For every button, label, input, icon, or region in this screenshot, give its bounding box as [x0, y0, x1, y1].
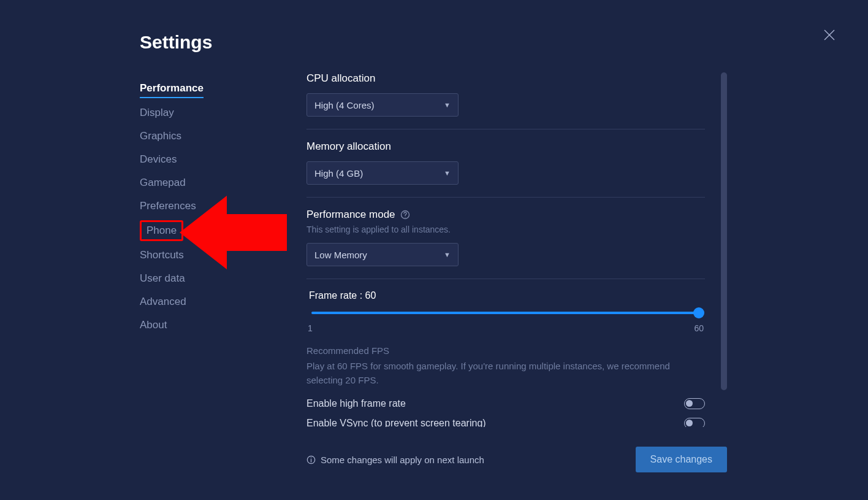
close-icon [823, 28, 836, 42]
sidebar: Performance Display Graphics Devices Gam… [140, 77, 262, 337]
recommended-fps-title: Recommended FPS [306, 345, 705, 356]
frame-rate-label: Frame rate : [309, 290, 365, 301]
settings-content: CPU allocation High (4 Cores) ▼ Memory a… [306, 72, 705, 427]
sidebar-item-performance[interactable]: Performance [140, 77, 204, 98]
info-icon [306, 455, 316, 464]
sidebar-item-advanced[interactable]: Advanced [140, 290, 186, 313]
slider-min: 1 [308, 323, 313, 333]
cpu-section: CPU allocation High (4 Cores) ▼ [306, 72, 705, 129]
page-title: Settings [140, 32, 212, 53]
perf-mode-value: Low Memory [314, 250, 367, 260]
slider-thumb[interactable] [693, 307, 704, 318]
chevron-down-icon: ▼ [444, 101, 451, 109]
enable-high-fps-toggle[interactable] [684, 398, 705, 409]
perf-mode-sub: This setting is applied to all instances… [306, 225, 705, 234]
sidebar-item-about[interactable]: About [140, 313, 167, 337]
toggle-knob [686, 400, 693, 407]
sidebar-item-graphics[interactable]: Graphics [140, 125, 181, 148]
perf-mode-title: Performance mode [306, 209, 395, 221]
toggle-knob [686, 420, 693, 426]
sidebar-item-phone[interactable]: Phone [140, 220, 183, 241]
cpu-select[interactable]: High (4 Cores) ▼ [306, 93, 459, 117]
enable-vsync-label: Enable VSync (to prevent screen tearing) [306, 418, 486, 427]
cpu-title: CPU allocation [306, 72, 705, 85]
frame-rate-slider[interactable] [311, 309, 700, 317]
chevron-down-icon: ▼ [444, 251, 451, 258]
slider-max: 60 [694, 323, 704, 333]
frame-rate-section: Frame rate : 60 1 60 Recommended FPS Pla… [306, 290, 705, 427]
slider-track [311, 312, 700, 314]
sidebar-item-devices[interactable]: Devices [140, 148, 177, 171]
memory-select[interactable]: High (4 GB) ▼ [306, 161, 459, 185]
save-changes-button[interactable]: Save changes [636, 447, 727, 472]
svg-point-4 [405, 217, 405, 217]
memory-section: Memory allocation High (4 GB) ▼ [306, 140, 705, 198]
enable-vsync-toggle[interactable] [684, 418, 705, 427]
scrollbar[interactable] [721, 72, 727, 390]
memory-select-value: High (4 GB) [314, 168, 363, 179]
memory-title: Memory allocation [306, 140, 705, 153]
perf-mode-select[interactable]: Low Memory ▼ [306, 243, 459, 266]
help-icon[interactable] [400, 210, 410, 220]
close-button[interactable] [823, 28, 840, 45]
sidebar-item-shortcuts[interactable]: Shortcuts [140, 244, 184, 267]
sidebar-item-display[interactable]: Display [140, 101, 174, 125]
frame-rate-value: 60 [365, 290, 376, 301]
svg-point-7 [311, 457, 311, 458]
performance-mode-section: Performance mode This setting is applied… [306, 209, 705, 279]
sidebar-item-preferences[interactable]: Preferences [140, 194, 196, 218]
sidebar-item-user-data[interactable]: User data [140, 267, 185, 290]
sidebar-item-gamepad[interactable]: Gamepad [140, 171, 186, 194]
footer-note: Some changes will apply on next launch [321, 455, 484, 465]
cpu-select-value: High (4 Cores) [314, 100, 375, 110]
recommended-fps-text: Play at 60 FPS for smooth gameplay. If y… [306, 360, 687, 387]
chevron-down-icon: ▼ [444, 169, 451, 177]
enable-high-fps-label: Enable high frame rate [306, 398, 406, 409]
